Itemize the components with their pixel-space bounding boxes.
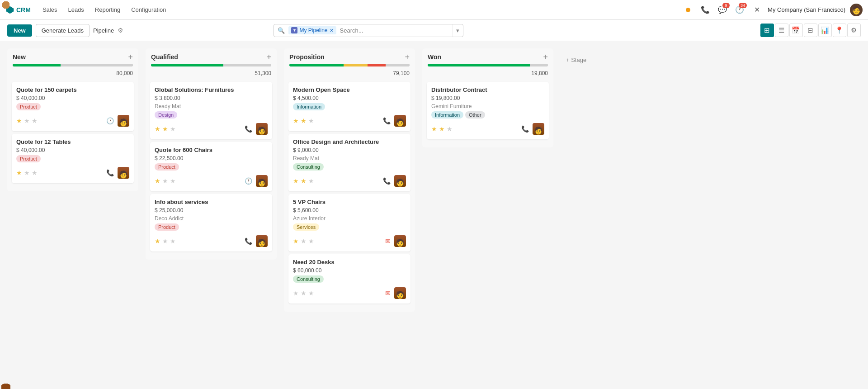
star-empty[interactable]: ★	[293, 289, 299, 297]
card-action-icon[interactable]: ✉	[385, 289, 391, 297]
settings-view-icon[interactable]: ⚙	[847, 24, 861, 37]
kanban-view-icon[interactable]: ⊞	[760, 24, 774, 37]
star-empty[interactable]: ★	[170, 125, 176, 133]
card-action-icon[interactable]: 📞	[521, 125, 529, 133]
star-filled[interactable]: ★	[293, 237, 299, 245]
tag[interactable]: Information	[431, 111, 463, 119]
pipeline-label[interactable]: Pipeline	[93, 27, 114, 34]
column-add-qualified[interactable]: +	[266, 53, 271, 61]
card-title: Need 20 Desks	[293, 259, 406, 266]
card-avatar: 🧑	[256, 123, 268, 135]
kanban-card[interactable]: Quote for 150 carpets $ 40,000.00 Produc…	[12, 82, 134, 131]
card-tags: Product	[155, 223, 268, 233]
map-view-icon[interactable]: 📍	[833, 24, 846, 37]
phone-icon[interactable]: 📞	[699, 4, 712, 16]
kanban-card[interactable]: Global Solutions: Furnitures $ 3,800.00 …	[150, 82, 272, 139]
tag[interactable]: Product	[155, 163, 179, 171]
view-icons: ⊞ ☰ 📅 ⊟ 📊 📍 ⚙	[760, 24, 861, 37]
tag[interactable]: Product	[16, 155, 41, 162]
calendar-view-icon[interactable]: 📅	[789, 24, 803, 37]
star-empty[interactable]: ★	[32, 169, 38, 176]
tag[interactable]: Design	[155, 111, 177, 119]
star-filled[interactable]: ★	[293, 117, 299, 124]
kanban-card[interactable]: 5 VP Chairs $ 5,600.00 Azure Interior Se…	[288, 194, 410, 251]
card-avatar: 🧑	[394, 287, 406, 299]
activity-icon[interactable]: 🕐34	[733, 4, 746, 16]
search-bar: 🔍 ▼ My Pipeline ✕ ▾	[274, 24, 463, 37]
nav-links: Sales Leads Reporting Configuration	[38, 5, 171, 15]
list-view-icon[interactable]: ☰	[775, 24, 788, 37]
star-filled[interactable]: ★	[155, 237, 160, 245]
card-action-icon[interactable]: ✉	[385, 237, 391, 245]
grid-view-icon[interactable]: ⊟	[804, 24, 817, 37]
star-filled[interactable]: ★	[293, 177, 299, 185]
star-empty[interactable]: ★	[170, 177, 176, 185]
star-filled[interactable]: ★	[301, 117, 307, 124]
star-empty[interactable]: ★	[301, 289, 307, 297]
star-filled[interactable]: ★	[439, 125, 445, 133]
card-action-icon[interactable]: 📞	[245, 237, 252, 245]
tag[interactable]: Product	[16, 103, 41, 110]
tag[interactable]: Consulting	[293, 163, 324, 171]
star-empty[interactable]: ★	[170, 237, 176, 245]
search-input[interactable]	[336, 25, 453, 36]
column-add-won[interactable]: +	[543, 53, 548, 61]
new-button[interactable]: New	[7, 24, 32, 37]
search-dropdown-icon[interactable]: ▾	[452, 24, 463, 37]
star-empty[interactable]: ★	[162, 177, 168, 185]
company-name[interactable]: My Company (San Francisco)	[768, 6, 845, 13]
card-action-icon[interactable]: 🕐	[106, 117, 114, 124]
star-filled[interactable]: ★	[162, 125, 168, 133]
star-empty[interactable]: ★	[308, 177, 314, 185]
kanban-card[interactable]: Modern Open Space $ 4,500.00 Information…	[288, 82, 410, 131]
nav-reporting[interactable]: Reporting	[90, 5, 125, 15]
card-footer: ★★★ ✉ 🧑	[293, 235, 406, 247]
nav-sales[interactable]: Sales	[38, 5, 62, 15]
close-icon[interactable]: ✕	[750, 4, 763, 16]
star-filled[interactable]: ★	[431, 125, 437, 133]
nav-configuration[interactable]: Configuration	[127, 5, 170, 15]
star-filled[interactable]: ★	[16, 169, 22, 176]
star-filled[interactable]: ★	[301, 177, 307, 185]
kanban-card[interactable]: Info about services $ 25,000.00 Deco Add…	[150, 194, 272, 251]
card-action-icon[interactable]: 🕐	[245, 177, 252, 185]
star-empty[interactable]: ★	[24, 169, 30, 176]
card-action-icon[interactable]: 📞	[106, 169, 114, 176]
kanban-card[interactable]: Office Design and Architecture $ 9,000.0…	[288, 134, 410, 191]
kanban-card[interactable]: Distributor Contract $ 19,800.00 Gemini …	[427, 82, 549, 139]
kanban-card[interactable]: Quote for 12 Tables $ 40,000.00 Product …	[12, 134, 134, 183]
column-add-new[interactable]: +	[128, 53, 133, 61]
star-empty[interactable]: ★	[162, 237, 168, 245]
star-empty[interactable]: ★	[308, 289, 314, 297]
kanban-card[interactable]: Quote for 600 Chairs $ 22,500.00 Product…	[150, 142, 272, 191]
user-avatar[interactable]: 🧑	[850, 4, 863, 16]
tag[interactable]: Other	[465, 111, 485, 119]
star-filled[interactable]: ★	[155, 177, 160, 185]
generate-leads-button[interactable]: Generate Leads	[36, 24, 90, 37]
star-empty[interactable]: ★	[447, 125, 453, 133]
card-action-icon[interactable]: 📞	[245, 125, 252, 133]
messages-icon[interactable]: 💬9	[716, 4, 729, 16]
star-empty[interactable]: ★	[32, 117, 38, 124]
chart-view-icon[interactable]: 📊	[818, 24, 832, 37]
column-add-proposition[interactable]: +	[405, 53, 410, 61]
settings-icon[interactable]: ⚙	[118, 27, 123, 34]
star-empty[interactable]: ★	[308, 237, 314, 245]
star-filled[interactable]: ★	[155, 125, 160, 133]
card-action-icon[interactable]: 📞	[383, 117, 391, 124]
filter-close-icon[interactable]: ✕	[330, 28, 334, 33]
star-empty[interactable]: ★	[301, 237, 307, 245]
kanban-card[interactable]: Need 20 Desks $ 60,000.00 Consulting ★★★…	[288, 254, 410, 304]
star-empty[interactable]: ★	[308, 117, 314, 124]
status-dot-icon[interactable]	[682, 4, 694, 16]
tag[interactable]: Information	[293, 103, 325, 110]
tag[interactable]: Product	[155, 223, 179, 231]
nav-leads[interactable]: Leads	[63, 5, 88, 15]
card-action-icon[interactable]: 📞	[383, 177, 391, 185]
star-filled[interactable]: ★	[16, 117, 22, 124]
tag[interactable]: Services	[293, 223, 319, 231]
add-stage-button[interactable]: + Stage	[561, 52, 592, 68]
star-empty[interactable]: ★	[24, 117, 30, 124]
search-filter-tag[interactable]: ▼ My Pipeline ✕	[288, 26, 336, 34]
tag[interactable]: Consulting	[293, 275, 324, 283]
